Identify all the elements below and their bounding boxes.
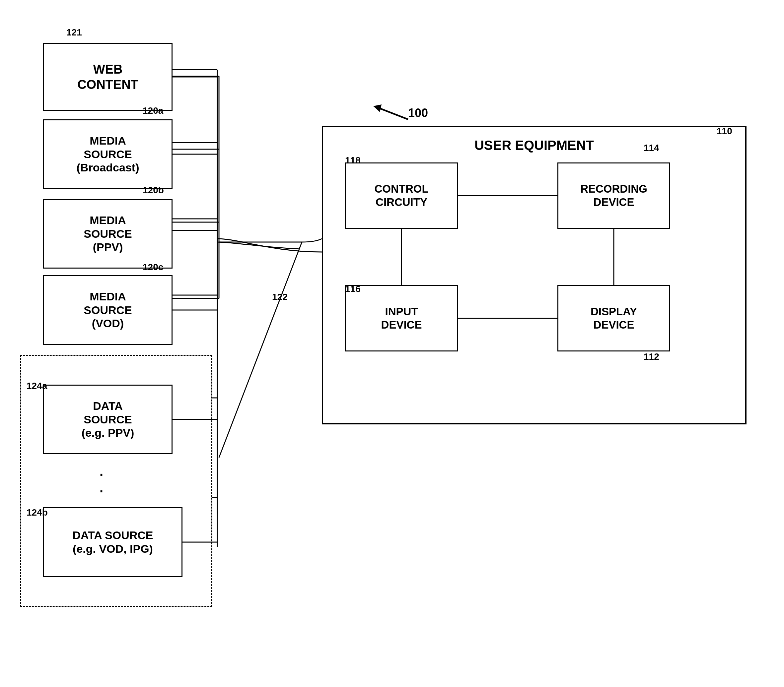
control-circuity-box: CONTROL CIRCUITY (345, 163, 458, 229)
ref-124b: 124b (26, 507, 48, 518)
svg-marker-27 (373, 104, 382, 112)
ref-110: 110 (716, 126, 732, 136)
diagram: WEB CONTENT 121 MEDIA SOURCE (Broadcast)… (0, 0, 784, 687)
input-device-box: INPUT DEVICE (345, 285, 458, 352)
ref-112: 112 (644, 352, 659, 362)
user-equipment-label: USER EQUIPMENT (330, 134, 738, 153)
media-source-ppv-box: MEDIA SOURCE (PPV) (43, 199, 173, 269)
media-source-broadcast-box: MEDIA SOURCE (Broadcast) (43, 119, 173, 189)
data-source-vod-box: DATA SOURCE (e.g. VOD, IPG) (43, 507, 183, 577)
ref-124a: 124a (26, 381, 47, 391)
ref-121: 121 (66, 27, 82, 38)
recording-device-box: RECORDING DEVICE (557, 163, 670, 229)
display-device-box: DISPLAY DEVICE (557, 285, 670, 352)
ref-114: 114 (644, 143, 659, 153)
ref-120b: 120b (143, 185, 164, 196)
media-source-vod-box: MEDIA SOURCE (VOD) (43, 275, 173, 345)
ref-122: 122 (272, 292, 288, 302)
ref-100-arrow (365, 103, 412, 123)
ref-118: 118 (345, 155, 361, 166)
ref-116: 116 (345, 284, 361, 294)
ref-120c: 120c (143, 262, 163, 273)
ellipsis-dots: · (100, 467, 104, 482)
ellipsis-dots2: · (100, 484, 103, 499)
web-content-box: WEB CONTENT (43, 43, 173, 111)
data-source-ppv-box: DATA SOURCE (e.g. PPV) (43, 385, 173, 454)
ref-120a: 120a (143, 105, 163, 116)
